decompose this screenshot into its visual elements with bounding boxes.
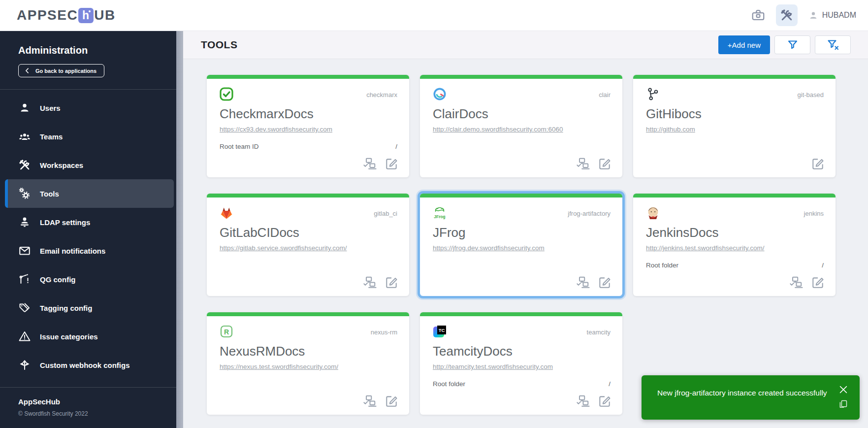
sidebar-item-users[interactable]: Users — [5, 94, 174, 122]
tool-type-label: gitlab_ci — [374, 210, 397, 217]
edit-icon[interactable] — [598, 157, 611, 170]
instance-check-icon[interactable] — [363, 275, 377, 289]
sidebar-item-label: Custom webhook configs — [40, 361, 130, 369]
go-back-label: Go back to applications — [35, 68, 96, 74]
sidebar-divider — [0, 89, 176, 90]
tool-detail-label: Root folder — [646, 262, 678, 269]
user-menu[interactable]: HUBADM — [808, 10, 856, 20]
instance-check-icon[interactable] — [789, 275, 803, 289]
mail-icon — [18, 244, 31, 257]
tool-url-link[interactable]: https://jfrog.dev.swordfishsecurity.com — [433, 244, 545, 252]
gitlab-logo-icon — [220, 206, 233, 220]
svg-text:R: R — [224, 328, 229, 336]
tool-card-teamcitydocs[interactable]: TCteamcityTeamcityDocshttp://teamcity.te… — [420, 312, 622, 415]
git-logo-icon — [646, 87, 660, 101]
tool-url-link[interactable]: https://nexus.test.swordfishsecurity.com… — [220, 363, 338, 370]
tool-name: ClairDocs — [433, 106, 611, 122]
tool-url-link[interactable]: https://gitlab.service.swordfishsecurity… — [220, 244, 347, 252]
sidebar-item-custom-webhook-configs[interactable]: Custom webhook configs — [5, 351, 174, 379]
sidebar-item-label: Users — [40, 104, 61, 112]
logo-part2: UB — [94, 7, 115, 23]
main-content: TOOLS +Add new checkmarxCheckmarxDocshtt… — [183, 31, 868, 428]
card-status-bar — [633, 194, 836, 198]
instance-check-icon[interactable] — [363, 157, 377, 170]
tool-name: JenkinsDocs — [646, 225, 824, 240]
tool-name: JFrog — [433, 225, 611, 240]
tool-type-label: clair — [599, 91, 611, 99]
tool-card-githibocs[interactable]: git-basedGitHibocshttp://github.com — [633, 75, 836, 177]
edit-icon[interactable] — [598, 394, 611, 408]
card-status-bar — [420, 312, 622, 316]
card-status-bar — [207, 312, 409, 316]
tool-name: GitLabCIDocs — [220, 225, 397, 240]
jenkins-logo-icon — [646, 206, 660, 220]
app-logo: APPSEChUB — [17, 7, 116, 23]
tool-name: TeamcityDocs — [433, 344, 611, 359]
card-status-bar — [207, 194, 409, 198]
edit-icon[interactable] — [385, 157, 398, 170]
tool-url-link[interactable]: https://cx93.dev.swordfishsecurity.com — [220, 126, 332, 133]
tool-type-label: jenkins — [804, 210, 824, 217]
footer-brand: AppSecHub — [18, 397, 176, 406]
instance-check-icon[interactable] — [576, 275, 590, 289]
sidebar-scrollbar[interactable] — [176, 31, 183, 428]
card-status-bar — [420, 75, 622, 79]
clear-filter-button[interactable] — [815, 35, 851, 54]
tool-url-link[interactable]: http://clair.demo.swordfishsecurity.com:… — [433, 126, 563, 133]
instance-check-icon[interactable] — [576, 394, 590, 408]
tool-detail-value: / — [609, 380, 611, 388]
tool-detail-value: / — [822, 262, 824, 269]
add-new-button[interactable]: +Add new — [718, 35, 770, 54]
tool-card-jenkinsdocs[interactable]: jenkinsJenkinsDocshttp://jenkins.test.sw… — [633, 194, 836, 296]
edit-icon[interactable] — [385, 275, 398, 289]
chevron-left-icon — [24, 67, 31, 74]
tool-card-clairdocs[interactable]: clairClairDocshttp://clair.demo.swordfis… — [420, 75, 622, 177]
sidebar-item-label: LDAP settings — [40, 218, 90, 227]
tool-url-link[interactable]: http://jenkins.test.swordfishsecurity.co… — [646, 244, 765, 252]
edit-icon[interactable] — [811, 157, 825, 170]
funnel-x-icon — [827, 38, 839, 51]
filter-button[interactable] — [774, 35, 810, 54]
page-title: TOOLS — [201, 39, 237, 51]
sidebar-item-tagging-config[interactable]: Tagging config — [5, 294, 174, 322]
instance-check-icon[interactable] — [363, 394, 377, 408]
tools-icon — [780, 8, 794, 22]
workspaces-icon — [18, 159, 31, 171]
tool-card-gitlabcidocs[interactable]: gitlab_ciGitLabCIDocshttps://gitlab.serv… — [207, 194, 409, 296]
sidebar-item-qg-config[interactable]: QG config — [5, 265, 174, 294]
page-header-band: TOOLS +Add new — [183, 31, 868, 59]
sidebar-item-tools[interactable]: Tools — [5, 179, 174, 208]
tool-type-label: teamcity — [587, 329, 611, 336]
sidebar-item-teams[interactable]: Teams — [5, 122, 174, 151]
close-icon[interactable] — [838, 384, 849, 395]
instance-check-icon[interactable] — [576, 157, 590, 170]
admin-sidebar: Administration Go back to applications U… — [0, 31, 176, 428]
ldap-icon — [18, 216, 31, 229]
sidebar-item-ldap-settings[interactable]: LDAP settings — [5, 208, 174, 236]
teamcity-logo-icon: TC — [433, 325, 447, 338]
administration-button[interactable] — [776, 4, 798, 26]
svg-text:TC: TC — [438, 328, 445, 333]
tool-card-nexusrmdocs[interactable]: Rnexus-rmNexusRMDocshttps://nexus.test.s… — [207, 312, 409, 415]
copy-icon[interactable] — [838, 399, 849, 410]
tool-type-label: git-based — [798, 91, 824, 99]
webhook-icon — [18, 359, 31, 371]
go-back-button[interactable]: Go back to applications — [18, 64, 104, 77]
sidebar-item-label: QG config — [40, 275, 76, 284]
checkmarx-logo-icon — [220, 87, 233, 101]
sidebar-item-issue-categories[interactable]: Issue categories — [5, 322, 174, 351]
edit-icon[interactable] — [811, 275, 825, 289]
applications-button[interactable] — [747, 4, 769, 26]
edit-icon[interactable] — [598, 275, 611, 289]
tool-url-link[interactable]: http://github.com — [646, 126, 695, 133]
tool-card-checkmarxdocs[interactable]: checkmarxCheckmarxDocshttps://cx93.dev.s… — [207, 75, 409, 177]
sidebar-title: Administration — [18, 45, 176, 56]
sidebar-item-workspaces[interactable]: Workspaces — [5, 151, 174, 179]
tool-card-jfrog[interactable]: JFrogjfrog-artifactoryJFroghttps://jfrog… — [420, 194, 622, 296]
tool-url-link[interactable]: http://teamcity.test.swordfishsecurity.c… — [433, 363, 553, 370]
sidebar-item-email-notifications[interactable]: Email notifications — [5, 236, 174, 265]
tool-name: NexusRMDocs — [220, 344, 397, 359]
nexus-logo-icon: R — [220, 325, 233, 338]
edit-icon[interactable] — [385, 394, 398, 408]
card-status-bar — [420, 194, 622, 198]
